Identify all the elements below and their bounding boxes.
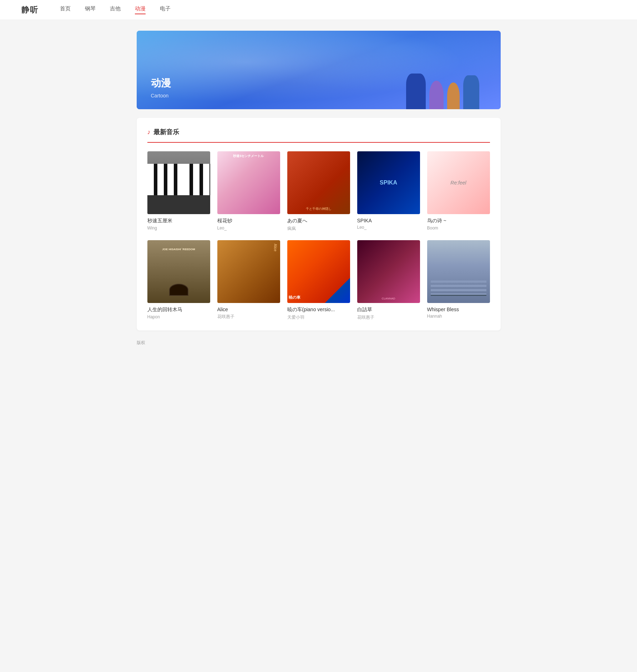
nav-items: 首页 钢琴 吉他 动漫 电子 <box>60 5 171 14</box>
footer: 版权 <box>115 339 522 346</box>
music-cover-5 <box>427 151 490 214</box>
music-artist-9: 花咲惠子 <box>357 314 420 320</box>
music-name-3: あの夏へ <box>287 218 350 224</box>
music-name-6: 人生的回转木马 <box>147 307 210 313</box>
section-header: ♪ 最新音乐 <box>147 128 490 136</box>
music-item-3[interactable]: あの夏へ 疯疯 <box>287 151 350 232</box>
figure-3 <box>447 82 460 109</box>
music-item-10[interactable]: Whisper Bless Hannah <box>427 240 490 320</box>
music-artist-10: Hannah <box>427 314 490 319</box>
music-name-4: SPIKA <box>357 218 420 223</box>
section-title: 最新音乐 <box>153 128 179 136</box>
banner-wrapper: 动漫 Cartoon <box>115 31 522 109</box>
music-grid-row2: 人生的回转木马 Hapon Alice 花咲惠子 暁の车(piano versi… <box>147 240 490 320</box>
nav-item-anime[interactable]: 动漫 <box>135 5 146 14</box>
music-cover-8 <box>287 240 350 303</box>
music-grid-row1: 秒速五厘米 Wing 桜花钞 Leo_ あの夏へ 疯疯 SPIKA Leo_ 鸟… <box>147 151 490 232</box>
music-item-6[interactable]: 人生的回转木马 Hapon <box>147 240 210 320</box>
banner-title: 动漫 <box>151 76 171 90</box>
footer-copyright: 版权 <box>137 340 145 345</box>
music-note-icon: ♪ <box>147 128 151 136</box>
music-name-5: 鸟の诗 ~ <box>427 218 490 224</box>
music-cover-2 <box>217 151 280 214</box>
music-artist-3: 疯疯 <box>287 226 350 232</box>
music-artist-7: 花咲惠子 <box>217 314 280 320</box>
banner-subtitle: Cartoon <box>151 93 171 98</box>
music-cover-4 <box>357 151 420 214</box>
music-cover-9 <box>357 240 420 303</box>
row-spacer <box>147 232 490 240</box>
music-cover-3 <box>287 151 350 214</box>
navbar: 静听 首页 钢琴 吉他 动漫 电子 <box>0 0 637 20</box>
music-name-8: 暁の车(piano versio... <box>287 307 350 313</box>
music-artist-5: Boom <box>427 226 490 231</box>
music-item-8[interactable]: 暁の车(piano versio... 天爱小羽 <box>287 240 350 320</box>
music-item-5[interactable]: 鸟の诗 ~ Boom <box>427 151 490 232</box>
figure-4 <box>463 75 479 109</box>
music-name-9: 白詰草 <box>357 307 420 313</box>
section-card: ♪ 最新音乐 秒速五厘米 Wing 桜花钞 Leo_ あの夏へ 疯疯 <box>137 118 501 330</box>
music-item-2[interactable]: 桜花钞 Leo_ <box>217 151 280 232</box>
figure-1 <box>406 74 426 109</box>
banner: 动漫 Cartoon <box>137 31 501 109</box>
music-artist-6: Hapon <box>147 314 210 319</box>
nav-item-guitar[interactable]: 吉他 <box>110 5 121 14</box>
banner-text: 动漫 Cartoon <box>151 76 171 98</box>
music-cover-10 <box>427 240 490 303</box>
music-artist-1: Wing <box>147 226 210 231</box>
music-name-7: Alice <box>217 307 280 312</box>
music-cover-6 <box>147 240 210 303</box>
music-item-1[interactable]: 秒速五厘米 Wing <box>147 151 210 232</box>
main-content: ♪ 最新音乐 秒速五厘米 Wing 桜花钞 Leo_ あの夏へ 疯疯 <box>115 118 522 330</box>
music-item-9[interactable]: 白詰草 花咲惠子 <box>357 240 420 320</box>
music-artist-4: Leo_ <box>357 225 420 230</box>
music-item-4[interactable]: SPIKA Leo_ <box>357 151 420 232</box>
nav-item-home[interactable]: 首页 <box>60 5 71 14</box>
banner-figures <box>406 74 479 109</box>
nav-item-piano[interactable]: 钢琴 <box>85 5 96 14</box>
music-name-10: Whisper Bless <box>427 307 490 312</box>
music-name-1: 秒速五厘米 <box>147 218 210 224</box>
section-divider <box>147 142 490 143</box>
music-artist-8: 天爱小羽 <box>287 314 350 320</box>
figure-2 <box>429 81 444 109</box>
music-cover-7 <box>217 240 280 303</box>
music-name-2: 桜花钞 <box>217 218 280 224</box>
music-cover-1 <box>147 151 210 214</box>
nav-item-electronic[interactable]: 电子 <box>160 5 171 14</box>
app-logo[interactable]: 静听 <box>21 5 39 15</box>
music-item-7[interactable]: Alice 花咲惠子 <box>217 240 280 320</box>
music-artist-2: Leo_ <box>217 226 280 231</box>
